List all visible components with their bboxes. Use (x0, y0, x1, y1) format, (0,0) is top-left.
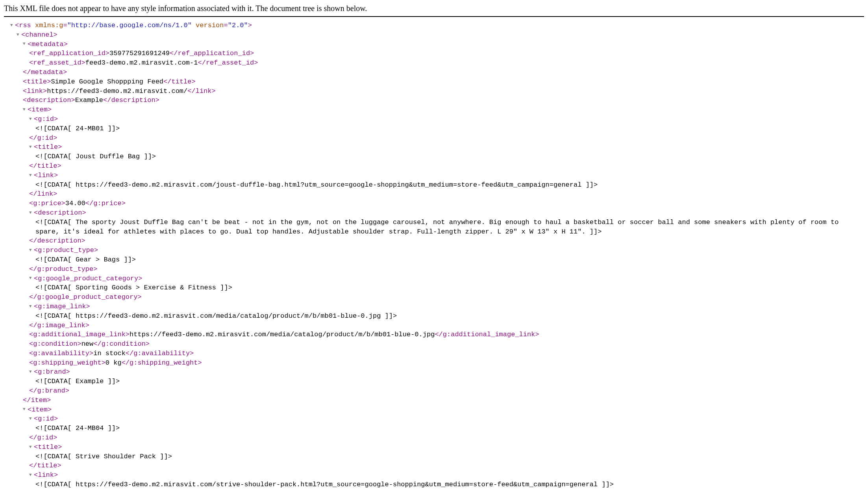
title-close: </title> (4, 161, 864, 171)
link-close: </link> (4, 489, 864, 491)
collapse-arrow[interactable]: ▼ (29, 275, 34, 281)
gid-cdata: <![CDATA[ 24-MB04 ]]> (4, 424, 864, 433)
ptype-open: ▼<g:product_type> (4, 246, 864, 255)
collapse-arrow[interactable]: ▼ (29, 444, 34, 450)
channel-description: <description>Example</description> (4, 96, 864, 105)
addimg: <g:additional_image_link>https://feed3-d… (4, 330, 864, 339)
channel-open: ▼<channel> (4, 30, 864, 40)
collapse-arrow[interactable]: ▼ (23, 406, 28, 412)
ptype-close: </g:product_type> (4, 265, 864, 274)
collapse-arrow[interactable]: ▼ (17, 32, 21, 38)
item-open: ▼<item> (4, 405, 864, 415)
desc-open: ▼<description> (4, 208, 864, 218)
link-cdata: <![CDATA[ https://feed3-demo.m2.mirasvit… (4, 480, 864, 489)
rss-open: ▼<rss xmlns:g="http://base.google.com/ns… (4, 21, 864, 30)
brand-open: ▼<g:brand> (4, 367, 864, 377)
ptype-cdata: <![CDATA[ Gear > Bags ]]> (4, 255, 864, 265)
xml-notice: This XML file does not appear to have an… (4, 4, 864, 17)
collapse-arrow[interactable]: ▼ (29, 247, 34, 253)
collapse-arrow[interactable]: ▼ (29, 144, 34, 150)
brand-cdata: <![CDATA[ Example ]]> (4, 377, 864, 386)
gid-open: ▼<g:id> (4, 115, 864, 124)
title-close: </title> (4, 461, 864, 471)
channel-title: <title>Simple Google Shoppping Feed</tit… (4, 77, 864, 87)
item-close: </item> (4, 396, 864, 405)
imglink-close: </g:image_link> (4, 321, 864, 330)
metadata-open: ▼<metadata> (4, 40, 864, 49)
desc-cdata: <![CDATA[ The sporty Joust Duffle Bag ca… (4, 218, 864, 237)
gid-close: </g:id> (4, 133, 864, 143)
gcat-open: ▼<g:google_product_category> (4, 274, 864, 283)
desc-close: </description> (4, 236, 864, 246)
metadata-close: </metadata> (4, 68, 864, 77)
gid-cdata: <![CDATA[ 24-MB01 ]]> (4, 124, 864, 133)
link-open: ▼<link> (4, 471, 864, 480)
collapse-arrow[interactable]: ▼ (10, 22, 15, 28)
availability: <g:availability>in stock</g:availability… (4, 349, 864, 358)
collapse-arrow[interactable]: ▼ (29, 369, 34, 375)
collapse-arrow[interactable]: ▼ (23, 107, 28, 113)
collapse-arrow[interactable]: ▼ (23, 41, 28, 47)
shipweight: <g:shipping_weight>0 kg</g:shipping_weig… (4, 358, 864, 368)
xml-tree: ▼<rss xmlns:g="http://base.google.com/ns… (4, 21, 864, 491)
collapse-arrow[interactable]: ▼ (29, 116, 34, 122)
collapse-arrow[interactable]: ▼ (29, 210, 34, 216)
gid-open: ▼<g:id> (4, 414, 864, 424)
title-open: ▼<title> (4, 443, 864, 452)
link-close: </link> (4, 189, 864, 199)
gprice: <g:price>34.00</g:price> (4, 199, 864, 208)
link-open: ▼<link> (4, 171, 864, 180)
channel-link: <link>https://feed3-demo.m2.mirasvit.com… (4, 87, 864, 96)
brand-close: </g:brand> (4, 386, 864, 396)
condition: <g:condition>new</g:condition> (4, 339, 864, 349)
title-cdata: <![CDATA[ Strive Shoulder Pack ]]> (4, 452, 864, 461)
gid-close: </g:id> (4, 433, 864, 443)
gcat-cdata: <![CDATA[ Sporting Goods > Exercise & Fi… (4, 283, 864, 293)
collapse-arrow[interactable]: ▼ (29, 172, 34, 178)
collapse-arrow[interactable]: ▼ (29, 416, 34, 422)
title-cdata: <![CDATA[ Joust Duffle Bag ]]> (4, 152, 864, 161)
link-cdata: <![CDATA[ https://feed3-demo.m2.mirasvit… (4, 180, 864, 190)
collapse-arrow[interactable]: ▼ (29, 472, 34, 478)
ref-app-id: <ref_application_id>359775291691249</ref… (4, 49, 864, 58)
imglink-cdata: <![CDATA[ https://feed3-demo.m2.mirasvit… (4, 311, 864, 321)
imglink-open: ▼<g:image_link> (4, 302, 864, 311)
ref-asset-id: <ref_asset_id>feed3-demo.m2.mirasvit.com… (4, 58, 864, 68)
gcat-close: </g:google_product_category> (4, 293, 864, 302)
collapse-arrow[interactable]: ▼ (29, 304, 34, 309)
title-open: ▼<title> (4, 143, 864, 152)
item-open: ▼<item> (4, 105, 864, 115)
